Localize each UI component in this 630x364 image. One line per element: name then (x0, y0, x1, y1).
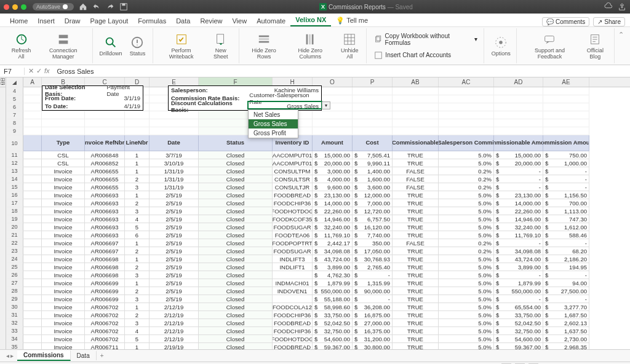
cell[interactable] (42, 111, 85, 119)
cell-ref[interactable]: AR006698 (85, 255, 125, 263)
cell-amount[interactable]: $14,000.00 (313, 199, 353, 207)
tab-formulas[interactable]: Formulas (133, 15, 171, 26)
cell-type[interactable]: Invoice (42, 335, 85, 343)
cell-rate[interactable]: 0.2% (439, 167, 494, 175)
cell-comm-amt[interactable]: $34,098.08 (494, 247, 543, 255)
row-head[interactable]: 31 (6, 311, 23, 319)
cell[interactable] (23, 231, 42, 239)
cell-comm-amount[interactable]: $1,000.00 (543, 159, 589, 167)
cell-line[interactable]: 1 (125, 255, 150, 263)
cell-status[interactable]: Closed (199, 239, 273, 247)
support-button[interactable]: Support and Feedback (522, 31, 577, 61)
tab-review[interactable]: Review (195, 15, 227, 26)
cell-cost[interactable]: $1,600.00 (353, 175, 393, 183)
cell-ref[interactable]: AR006699 (85, 279, 125, 287)
cell-cost[interactable]: $3,600.00 (353, 183, 393, 191)
cell-line[interactable]: 2 (125, 175, 150, 183)
cell[interactable] (393, 127, 439, 135)
cell-date[interactable]: 2/12/19 (150, 327, 199, 335)
row-head[interactable]: 23 (6, 247, 23, 255)
cell-rate[interactable]: 5.0% (439, 303, 494, 311)
new-sheet-button[interactable]: New Sheet (207, 31, 235, 61)
cell-commissionable[interactable]: TRUE (393, 311, 439, 319)
table-header[interactable]: Commissionable (393, 135, 439, 151)
dropdown-option-gross-sales[interactable]: Gross Sales (249, 119, 298, 129)
cell-amount[interactable]: $59,367.00 (313, 343, 353, 349)
cell-amount[interactable]: $3,899.00 (313, 263, 353, 271)
cell-rate[interactable]: 5.0% (439, 343, 494, 349)
col-head-AE[interactable]: AE (543, 77, 589, 87)
cell-amount[interactable]: $20,000.00 (313, 159, 353, 167)
cell-commissionable[interactable]: TRUE (393, 327, 439, 335)
cell-inv[interactable] (273, 271, 313, 279)
cell-comm-amt[interactable]: $11,769.10 (494, 231, 543, 239)
cell[interactable] (494, 127, 543, 135)
cell-date[interactable]: 2/5/19 (150, 215, 199, 223)
cell-comm-amt[interactable]: $- (494, 239, 543, 247)
cell-date[interactable]: 2/12/19 (150, 319, 199, 327)
row-head[interactable]: 10 (6, 135, 23, 151)
perform-writeback-button[interactable]: Perform Writeback (158, 31, 204, 61)
cell-ref[interactable]: AR006693 (85, 191, 125, 199)
tab-insert[interactable]: Insert (33, 15, 60, 26)
cell-date[interactable]: 2/12/19 (150, 303, 199, 311)
cell[interactable] (23, 183, 42, 191)
cell-comm-amt[interactable]: $20,000.00 (494, 159, 543, 167)
cell-commissionable[interactable]: FALSE (393, 167, 439, 175)
fx-icon[interactable]: fx (44, 67, 50, 75)
cell-amount[interactable]: $1,879.99 (313, 279, 353, 287)
cell-status[interactable]: Closed (199, 279, 273, 287)
row-head[interactable]: 12 (6, 159, 23, 167)
cell-rate[interactable]: 0.2% (439, 175, 494, 183)
cell[interactable] (85, 119, 125, 127)
cell-ref[interactable]: AR006693 (85, 215, 125, 223)
cell-comm-amount[interactable]: $1,612.00 (543, 223, 589, 231)
cell-amount[interactable]: $550,000.00 (313, 287, 353, 295)
cell-status[interactable]: Closed (199, 343, 273, 349)
cell[interactable] (23, 343, 42, 349)
cell-ref[interactable]: AR006702 (85, 303, 125, 311)
tab-home[interactable]: Home (5, 15, 33, 26)
cell[interactable] (23, 207, 42, 215)
cell-cost[interactable]: $2,765.40 (353, 263, 393, 271)
cell-cost[interactable]: $- (353, 295, 393, 303)
col-head-A[interactable]: A (23, 77, 42, 87)
cell-line[interactable]: 2 (125, 199, 150, 207)
cell[interactable] (393, 95, 439, 103)
cell-comm-amt[interactable]: $- (494, 167, 543, 175)
options-button[interactable]: Options (489, 34, 512, 58)
cell[interactable] (313, 127, 353, 135)
cell[interactable] (150, 127, 199, 135)
drilldown-button[interactable]: Drilldown (98, 34, 123, 58)
cell-ref[interactable]: AR006693 (85, 231, 125, 239)
cell-status[interactable]: Closed (199, 311, 273, 319)
row-head[interactable]: 8 (6, 119, 23, 127)
cell-date[interactable]: 2/5/19 (150, 255, 199, 263)
cell-rate[interactable]: 5.0% (439, 231, 494, 239)
cell-cost[interactable]: $6,757.50 (353, 215, 393, 223)
cell-date[interactable]: 3/7/19 (150, 151, 199, 159)
cell-comm-amount[interactable]: $194.95 (543, 263, 589, 271)
cell-comm-amount[interactable]: $2,730.00 (543, 335, 589, 343)
cell[interactable] (23, 279, 42, 287)
cell[interactable] (150, 119, 199, 127)
cell-status[interactable]: Closed (199, 335, 273, 343)
cell-line[interactable]: 1 (125, 159, 150, 167)
row-head[interactable]: 32 (6, 319, 23, 327)
cell-ref[interactable]: AR006702 (85, 335, 125, 343)
cell-comm-amount[interactable]: $1,687.50 (543, 311, 589, 319)
cell-cost[interactable]: $12,000.00 (353, 191, 393, 199)
cell-status[interactable]: Closed (199, 199, 273, 207)
hide-zero-rows-button[interactable]: Hide Zero Rows (244, 31, 284, 61)
cell-date[interactable]: 2/5/19 (150, 239, 199, 247)
cell-type[interactable]: Invoice (42, 271, 85, 279)
cell-commissionable[interactable]: TRUE (393, 271, 439, 279)
cloud-icon[interactable] (604, 2, 613, 11)
cell-ref[interactable]: AR006711 (85, 343, 125, 349)
cell-type[interactable]: Invoice (42, 207, 85, 215)
cell-date[interactable]: 2/12/19 (150, 335, 199, 343)
table-header[interactable]: Commissionable Amount (494, 135, 543, 151)
cell-rate[interactable]: 0.2% (439, 247, 494, 255)
row-head[interactable]: 9 (6, 127, 23, 135)
cell[interactable] (313, 111, 353, 119)
